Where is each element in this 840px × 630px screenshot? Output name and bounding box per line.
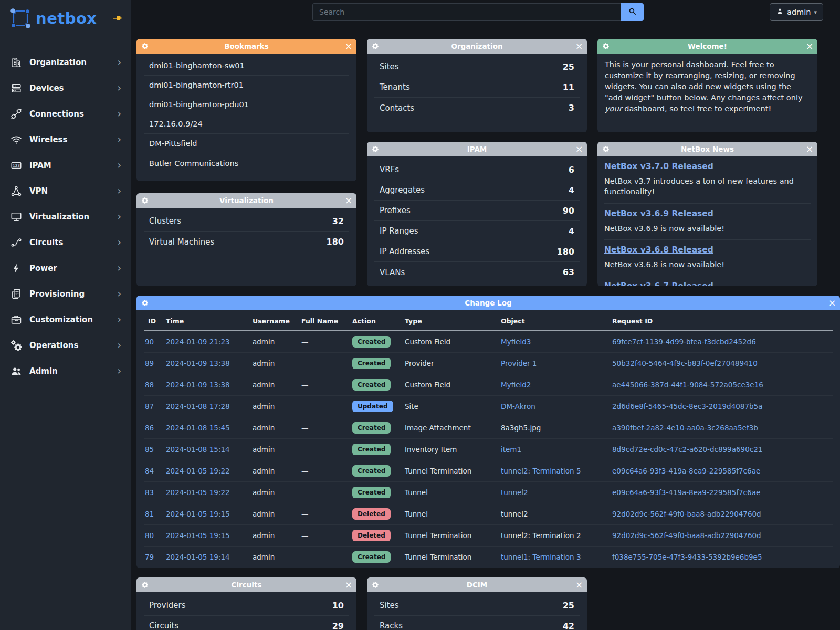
bookmark-item[interactable]: dmi01-binghamton-sw01 (144, 56, 349, 76)
change-object[interactable]: tunnel1: Termination 3 (501, 553, 581, 561)
gear-icon[interactable] (372, 146, 379, 152)
gear-icon[interactable] (372, 43, 379, 49)
brand[interactable]: netbox (0, 0, 131, 36)
sidebar-item[interactable]: Organization › (0, 49, 131, 75)
sidebar-item[interactable]: Admin › (0, 358, 131, 384)
close-icon[interactable]: × (575, 42, 582, 51)
sidebar-item[interactable]: Devices › (0, 75, 131, 101)
stat-value[interactable]: 6 (569, 165, 574, 175)
request-id-link[interactable]: e09c64a6-93f3-419a-8ea9-229585f7c6ae (612, 488, 760, 497)
change-id-link[interactable]: 83 (145, 488, 154, 497)
sidebar-item[interactable]: Power › (0, 255, 131, 281)
stat-value[interactable]: 180 (327, 237, 344, 247)
change-id-link[interactable]: 84 (145, 467, 154, 475)
request-id-link[interactable]: e09c64a6-93f3-419a-8ea9-229585f7c6ae (612, 467, 760, 475)
change-time-link[interactable]: 2024-01-08 17:28 (166, 402, 230, 411)
change-object[interactable]: tunnel2: Termination 5 (501, 467, 581, 475)
stat-value[interactable]: 32 (332, 216, 344, 226)
change-time-link[interactable]: 2024-01-09 21:23 (166, 338, 230, 346)
close-icon[interactable]: × (575, 581, 582, 590)
gear-icon[interactable] (142, 197, 148, 204)
stat-value[interactable]: 63 (563, 267, 574, 277)
change-time-link[interactable]: 2024-01-05 19:22 (166, 488, 230, 497)
change-time-link[interactable]: 2024-01-08 15:14 (166, 445, 230, 454)
sidebar-item[interactable]: Connections › (0, 101, 131, 127)
sidebar-item[interactable]: Customization › (0, 307, 131, 332)
close-icon[interactable]: × (575, 145, 582, 154)
gear-icon[interactable] (372, 582, 379, 588)
sidebar-item[interactable]: Provisioning › (0, 281, 131, 307)
sidebar-item[interactable]: Operations › (0, 332, 131, 358)
change-id-link[interactable]: 89 (145, 359, 154, 368)
search-button[interactable] (621, 3, 644, 21)
bookmark-item[interactable]: 172.16.0.9/24 (144, 114, 349, 134)
sidebar-item[interactable]: Wireless › (0, 127, 131, 152)
gear-icon[interactable] (142, 43, 148, 49)
close-icon[interactable]: × (345, 581, 351, 590)
news-link[interactable]: NetBox v3.6.8 Released (604, 245, 713, 255)
bookmark-item[interactable]: dmi01-binghamton-pdu01 (144, 95, 349, 114)
change-time-link[interactable]: 2024-01-05 19:14 (166, 553, 230, 561)
news-link[interactable]: NetBox v3.7.0 Released (604, 162, 713, 171)
request-id-link[interactable]: 69fce7cf-1139-4d99-bfea-f3dcbd2452d6 (612, 338, 756, 346)
request-id-link[interactable]: a390fbef-2a82-4e10-aa0a-3c268aa5ef3b (612, 424, 758, 432)
change-id-link[interactable]: 80 (145, 531, 154, 540)
change-object[interactable]: Provider 1 (501, 359, 537, 368)
bookmark-item[interactable]: DM-Pittsfield (144, 134, 349, 153)
change-time-link[interactable]: 2024-01-09 13:38 (166, 359, 230, 368)
change-object[interactable]: tunnel2 (501, 510, 528, 518)
gear-icon[interactable] (603, 43, 609, 49)
change-time-link[interactable]: 2024-01-05 19:15 (166, 510, 230, 518)
change-object[interactable]: Myfield2 (501, 381, 531, 389)
change-id-link[interactable]: 81 (145, 510, 154, 518)
close-icon[interactable]: × (806, 42, 812, 51)
change-object[interactable]: item1 (501, 445, 521, 454)
change-id-link[interactable]: 86 (145, 424, 154, 432)
stat-value[interactable]: 11 (563, 82, 574, 92)
stat-value[interactable]: 180 (557, 247, 574, 257)
sidebar-item[interactable]: Virtualization › (0, 204, 131, 229)
request-id-link[interactable]: 92d02d9c-562f-49f0-baa8-adb22904760d (612, 510, 761, 518)
change-time-link[interactable]: 2024-01-05 19:22 (166, 467, 230, 475)
stat-value[interactable]: 3 (569, 103, 574, 113)
sidebar-item[interactable]: Circuits › (0, 229, 131, 255)
stat-value[interactable]: 4 (569, 185, 574, 195)
close-icon[interactable]: × (806, 145, 812, 154)
bookmark-item[interactable]: dmi01-binghamton-rtr01 (144, 76, 349, 95)
change-object[interactable]: tunnel2 (501, 488, 528, 497)
change-id-link[interactable]: 88 (145, 381, 154, 389)
request-id-link[interactable]: 2d6d6e8f-5465-45dc-8ec3-2019d4087b5a (612, 402, 762, 411)
gear-icon[interactable] (142, 582, 148, 588)
close-icon[interactable]: × (828, 299, 835, 308)
request-id-link[interactable]: 92d02d9c-562f-49f0-baa8-adb22904760d (612, 531, 761, 540)
change-id-link[interactable]: 90 (145, 338, 154, 346)
request-id-link[interactable]: 50b32f40-5464-4f9c-b83f-0ef270489410 (612, 359, 758, 368)
change-time-link[interactable]: 2024-01-05 19:15 (166, 531, 230, 540)
request-id-link[interactable]: ae445066-387d-44f1-9084-572a05ce3e16 (612, 381, 763, 389)
stat-value[interactable]: 29 (332, 621, 344, 630)
change-object[interactable]: 8a3gh5.jpg (501, 424, 541, 432)
bookmark-item[interactable]: Butler Communications (144, 153, 349, 173)
change-id-link[interactable]: 79 (145, 553, 154, 561)
gear-icon[interactable] (603, 146, 609, 152)
stat-value[interactable]: 25 (563, 601, 574, 611)
change-object[interactable]: DM-Akron (501, 402, 536, 411)
request-id-link[interactable]: f038e755-705e-47f3-9433-5392b9e6b9e5 (612, 553, 762, 561)
stat-value[interactable]: 42 (563, 621, 574, 630)
request-id-link[interactable]: 8d9cd72e-cd0c-47c2-a620-dc899a690c21 (612, 445, 762, 454)
stat-value[interactable]: 10 (332, 601, 344, 611)
change-time-link[interactable]: 2024-01-09 13:38 (166, 381, 230, 389)
stat-value[interactable]: 90 (563, 206, 574, 216)
stat-value[interactable]: 25 (563, 62, 574, 72)
search-input[interactable] (312, 3, 621, 21)
close-icon[interactable]: × (345, 196, 351, 205)
gear-icon[interactable] (142, 300, 148, 306)
close-icon[interactable]: × (345, 42, 351, 51)
pin-icon[interactable] (112, 13, 122, 24)
change-object[interactable]: Myfield3 (501, 338, 531, 346)
news-link[interactable]: NetBox v3.6.9 Released (604, 209, 713, 218)
user-menu-button[interactable]: admin ▾ (770, 3, 823, 21)
stat-value[interactable]: 4 (569, 226, 574, 236)
change-object[interactable]: tunnel2: Termination 2 (501, 531, 581, 540)
change-id-link[interactable]: 85 (145, 445, 154, 454)
